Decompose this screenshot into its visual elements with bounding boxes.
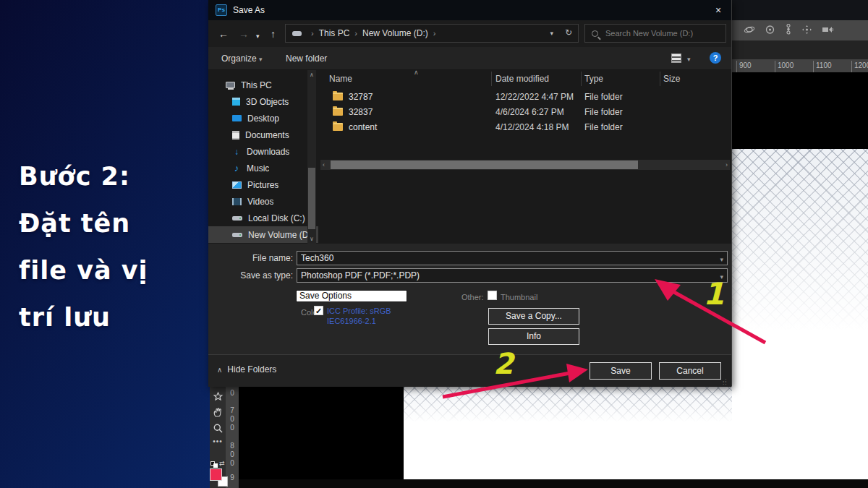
address-dropdown-icon[interactable]: ▾ bbox=[550, 30, 553, 38]
scale-3d-icon[interactable] bbox=[801, 25, 812, 37]
chevron-down-icon[interactable]: ▾ bbox=[720, 253, 723, 266]
dialog-footer: ∧Hide Folders Save Cancel .::: bbox=[208, 354, 731, 387]
column-header-name[interactable]: Name bbox=[329, 70, 352, 87]
view-mode-icon[interactable] bbox=[671, 53, 681, 63]
file-name-input[interactable] bbox=[301, 253, 706, 263]
chevron-down-icon[interactable]: ▾ bbox=[720, 270, 723, 283]
chevron-up-icon: ∧ bbox=[217, 366, 222, 374]
file-date-cell: 12/22/2022 4:47 PM bbox=[495, 92, 574, 102]
thumbnail-checkbox[interactable] bbox=[488, 291, 497, 300]
save-type-value: Photoshop PDF (*.PDF;*.PDP) bbox=[301, 270, 420, 281]
navigation-bar: ← → ▾ ↑ › This PC › New Volume (D:) › ▾ … bbox=[208, 20, 731, 47]
horizontal-scrollbar[interactable]: ‹ › bbox=[320, 160, 730, 170]
default-colors-icon[interactable] bbox=[210, 461, 218, 468]
help-icon[interactable]: ? bbox=[710, 52, 721, 64]
camera-audio-icon[interactable] bbox=[822, 25, 834, 36]
save-type-combobox[interactable]: Photoshop PDF (*.PDF;*.PDP) ▾ bbox=[297, 268, 728, 283]
step-caption-line: Bước 2: bbox=[19, 153, 148, 200]
sidebar-item-pictures[interactable]: Pictures bbox=[208, 176, 318, 193]
canvas-bottom-edge bbox=[239, 479, 868, 488]
scroll-right-icon[interactable]: › bbox=[726, 161, 728, 168]
document-transparency-area bbox=[404, 387, 732, 479]
recent-locations-icon[interactable]: ▾ bbox=[256, 31, 260, 41]
back-icon[interactable]: ← bbox=[218, 29, 229, 39]
new-folder-button[interactable]: New folder bbox=[286, 53, 327, 64]
sidebar-item-3d-objects[interactable]: 3D Objects bbox=[208, 93, 318, 110]
refresh-icon[interactable]: ↻ bbox=[565, 27, 572, 38]
sidebar-item-downloads[interactable]: ↓Downloads bbox=[208, 143, 318, 160]
orbit-3d-icon[interactable] bbox=[744, 25, 755, 37]
info-button[interactable]: Info bbox=[488, 328, 579, 345]
scroll-left-icon[interactable]: ‹ bbox=[323, 161, 325, 168]
address-bar[interactable]: › This PC › New Volume (D:) › ▾ ↻ bbox=[285, 24, 579, 43]
scrollbar-thumb[interactable] bbox=[331, 160, 638, 169]
hand-tool-icon[interactable] bbox=[213, 407, 224, 418]
organize-button[interactable]: Organize ▾ bbox=[221, 53, 263, 64]
file-list: ∧ Name Date modified Type Size 32787 12/… bbox=[318, 70, 732, 244]
table-row[interactable]: content 4/12/2024 4:18 PM File folder bbox=[318, 120, 723, 135]
local-disk-icon bbox=[232, 216, 242, 221]
pictures-icon bbox=[232, 181, 242, 189]
photoshop-options-bar bbox=[732, 20, 868, 40]
breadcrumb-this-pc[interactable]: This PC bbox=[319, 28, 350, 38]
file-name-label: File name: bbox=[221, 253, 293, 263]
breadcrumb-separator: › bbox=[433, 29, 436, 38]
horizontal-ruler: 900 1000 1100 1200 bbox=[732, 59, 868, 72]
file-name-cell: content bbox=[349, 122, 377, 132]
sidebar-item-documents[interactable]: Documents bbox=[208, 127, 318, 143]
sidebar-item-new-volume-d[interactable]: New Volume (D:) bbox=[208, 226, 318, 243]
step-caption-line: trí lưu bbox=[19, 294, 148, 341]
foreground-color-swatch[interactable] bbox=[210, 468, 222, 481]
sidebar-item-this-pc[interactable]: This PC bbox=[208, 77, 318, 93]
column-header-type[interactable]: Type bbox=[584, 70, 603, 87]
ruler-label: 0 bbox=[226, 389, 239, 398]
hide-folders-button[interactable]: ∧Hide Folders bbox=[217, 364, 276, 374]
sidebar-scrollbar[interactable]: ∧ ∨ bbox=[307, 70, 316, 244]
column-divider[interactable] bbox=[660, 72, 660, 86]
folder-icon bbox=[333, 108, 343, 116]
sidebar-item-videos[interactable]: Videos bbox=[208, 193, 318, 210]
column-header-date[interactable]: Date modified bbox=[495, 70, 549, 87]
command-toolbar: Organize ▾ New folder ▾ ? bbox=[208, 47, 731, 70]
icc-profile-checkbox[interactable]: ✓ bbox=[314, 306, 323, 315]
rotate-view-icon[interactable] bbox=[765, 25, 775, 37]
sidebar-item-music[interactable]: ♪Music bbox=[208, 160, 318, 176]
canvas-pasteboard bbox=[239, 387, 404, 479]
table-row[interactable]: 32787 12/22/2022 4:47 PM File folder bbox=[318, 90, 723, 105]
scroll-down-icon[interactable]: ∨ bbox=[307, 236, 316, 242]
3d-objects-icon bbox=[232, 98, 240, 106]
cancel-button[interactable]: Cancel bbox=[659, 362, 721, 380]
forward-icon[interactable]: → bbox=[239, 29, 249, 39]
zoom-tool-icon[interactable] bbox=[213, 423, 224, 434]
save-a-copy-button[interactable]: Save a Copy... bbox=[488, 308, 579, 325]
column-header-size[interactable]: Size bbox=[663, 70, 680, 87]
save-options-label: Save Options bbox=[296, 290, 407, 302]
resize-grip[interactable]: .::: bbox=[723, 379, 729, 385]
ruler-label: 0 bbox=[226, 415, 239, 424]
file-type-cell: File folder bbox=[584, 92, 623, 102]
lasso-tool-icon[interactable] bbox=[213, 391, 224, 402]
ruler-label: 900 bbox=[739, 61, 752, 69]
swap-colors-icon[interactable]: ⇄ bbox=[219, 460, 225, 467]
slide-3d-icon[interactable] bbox=[785, 24, 792, 37]
icc-profile-text: ICC Profile: sRGB bbox=[327, 307, 391, 315]
up-icon[interactable]: ↑ bbox=[271, 29, 276, 39]
close-icon[interactable]: × bbox=[711, 3, 726, 17]
column-divider[interactable] bbox=[581, 72, 582, 86]
save-button[interactable]: Save bbox=[590, 362, 652, 380]
file-name-combobox[interactable]: ▾ bbox=[297, 251, 728, 265]
column-divider[interactable] bbox=[491, 72, 492, 86]
breadcrumb-new-volume[interactable]: New Volume (D:) bbox=[362, 28, 428, 38]
sidebar-item-desktop[interactable]: Desktop bbox=[208, 110, 318, 127]
photoshop-app-icon: Ps bbox=[216, 4, 227, 16]
save-type-label: Save as type: bbox=[221, 270, 293, 281]
scroll-up-icon[interactable]: ∧ bbox=[307, 72, 316, 78]
ruler-label: 7 bbox=[226, 406, 239, 415]
sidebar-item-local-disk-c[interactable]: Local Disk (C:) bbox=[208, 210, 318, 226]
scrollbar-thumb[interactable] bbox=[308, 168, 315, 229]
view-dropdown-icon[interactable]: ▾ bbox=[687, 56, 691, 63]
search-input[interactable] bbox=[605, 29, 721, 38]
more-tools-icon[interactable]: ••• bbox=[213, 439, 223, 445]
ruler-label: 1100 bbox=[816, 61, 832, 69]
table-row[interactable]: 32837 4/6/2024 6:27 PM File folder bbox=[318, 105, 723, 120]
